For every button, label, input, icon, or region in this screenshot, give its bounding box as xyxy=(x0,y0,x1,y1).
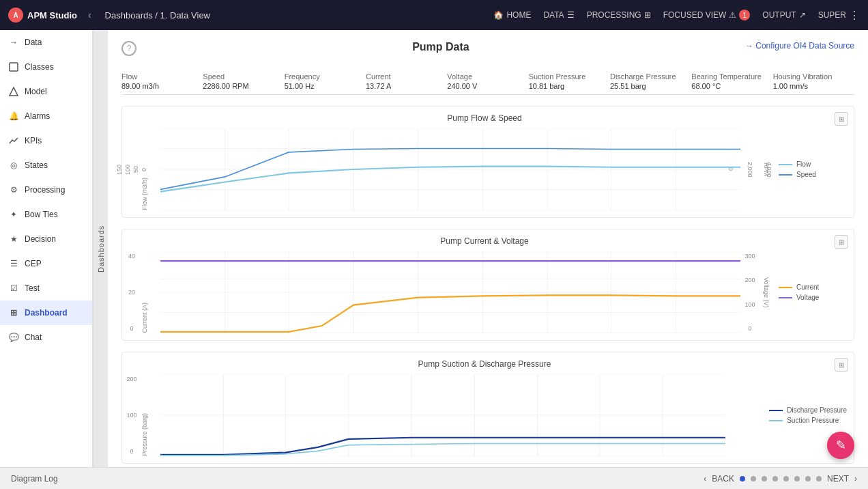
test-icon: ☑ xyxy=(8,283,19,294)
suction-line-legend xyxy=(769,420,783,421)
states-icon: ◎ xyxy=(8,160,19,171)
pagination-dot-4[interactable] xyxy=(772,476,778,481)
pagination-dot-8[interactable] xyxy=(816,476,822,481)
bottom-bar: Diagram Log ‹ BACK NEXT › xyxy=(0,467,868,489)
content-area: ? Pump Data → Configure OI4 Data Source … xyxy=(108,30,868,467)
model-icon xyxy=(8,86,19,97)
chart-current-voltage: Pump Current & Voltage ⊞ 40 20 0 Current… xyxy=(121,229,854,341)
sidebar-collapse-button[interactable]: ‹ xyxy=(88,10,91,20)
back-button[interactable]: ‹ xyxy=(704,474,706,484)
sidebar-item-decision[interactable]: ★ Decision xyxy=(0,227,92,251)
chart-flow-speed-svg: 13:25:40 13:25:50 13:26:00 13:26:10 13:2… xyxy=(160,128,740,210)
legend-current: Current xyxy=(779,283,847,291)
dashboard-icon: ⊞ xyxy=(8,307,19,318)
sidebar-item-data[interactable]: → Data xyxy=(0,30,92,55)
app-title: APM Studio xyxy=(27,10,77,20)
legend-speed: Speed xyxy=(779,171,847,178)
chart-flow-speed-legend: Flow Speed xyxy=(779,128,847,210)
y-axis-rpm-label: 4,000 2,000 0 xyxy=(740,128,760,210)
decision-icon: ★ xyxy=(8,234,19,244)
voltage-line-legend xyxy=(779,297,792,298)
chart-expand-button[interactable]: ⊞ xyxy=(835,112,848,126)
sidebar-item-classes[interactable]: Classes xyxy=(0,55,92,79)
pump-data-header: ? Pump Data → Configure OI4 Data Source xyxy=(121,41,854,61)
legend-suction-pressure: Suction Pressure xyxy=(769,417,847,424)
nav-processing[interactable]: PROCESSING ⊞ xyxy=(587,10,651,20)
sidebar-item-cep[interactable]: ☰ CEP xyxy=(0,251,92,276)
pagination-dot-6[interactable] xyxy=(794,476,800,481)
kpis-icon xyxy=(8,135,19,146)
fab-edit-button[interactable]: ✎ xyxy=(827,432,854,459)
data-icon: → xyxy=(8,37,19,48)
chart-current-expand-button[interactable]: ⊞ xyxy=(835,235,848,249)
warning-icon: ⚠ xyxy=(729,10,736,20)
chart-pressure: Pump Suction & Discharge Pressure ⊞ 200 … xyxy=(121,352,854,464)
chart-pressure-expand-button[interactable]: ⊞ xyxy=(835,358,848,372)
stat-current: Current 13.72 A xyxy=(366,72,447,90)
sidebar-item-test[interactable]: ☑ Test xyxy=(0,276,92,301)
chart-flow-speed: Pump Flow & Speed ⊞ 150 100 50 0 Flow (m… xyxy=(121,106,854,218)
home-icon: 🏠 xyxy=(493,10,504,20)
y-axis-flow-label: 150 100 50 0 xyxy=(122,128,141,210)
sidebar-item-bowties[interactable]: ✦ Bow Ties xyxy=(0,202,92,227)
chart-pressure-svg: 13:25:40 13:25:50 13:26:00 13:26:10 13:2… xyxy=(160,374,725,456)
help-icon[interactable]: ? xyxy=(121,41,136,56)
sidebar: → Data Classes Model 🔔 Alarms KPIs ◎ xyxy=(0,30,93,467)
flow-line-legend xyxy=(779,164,792,165)
logo-icon: A xyxy=(8,8,23,23)
nav-output[interactable]: OUTPUT ↗ xyxy=(762,10,805,20)
discharge-line-legend xyxy=(769,410,783,411)
sidebar-item-model[interactable]: Model xyxy=(0,79,92,104)
alarms-icon: 🔔 xyxy=(8,111,19,122)
main-layout: → Data Classes Model 🔔 Alarms KPIs ◎ xyxy=(0,30,868,467)
stat-flow: Flow 89.00 m3/h xyxy=(121,72,203,90)
sidebar-item-alarms[interactable]: 🔔 Alarms xyxy=(0,104,92,128)
chart-current-voltage-legend: Current Voltage xyxy=(779,251,847,333)
processing-sidebar-icon: ⚙ xyxy=(8,184,19,195)
sidebar-item-kpis[interactable]: KPIs xyxy=(0,128,92,153)
legend-discharge-pressure: Discharge Pressure xyxy=(769,406,847,414)
pagination-dot-5[interactable] xyxy=(783,476,789,481)
next-label: NEXT xyxy=(827,474,849,484)
next-button[interactable]: › xyxy=(854,474,857,484)
chart-pressure-title: Pump Suction & Discharge Pressure xyxy=(122,359,847,369)
stat-voltage: Voltage 240.00 V xyxy=(447,72,528,90)
nav-super[interactable]: SUPER ⋮ xyxy=(818,9,860,22)
stat-discharge-pressure: Discharge Pressure 25.51 barg xyxy=(610,72,691,90)
cep-icon: ☰ xyxy=(8,258,19,269)
chart-current-voltage-svg: 13:25:40 13:25:50 13:26:00 13:26:10 13:2… xyxy=(160,251,740,333)
app-logo: A APM Studio xyxy=(8,8,77,23)
pagination-controls: ‹ BACK NEXT › xyxy=(704,474,857,484)
pump-title: Pump Data xyxy=(136,41,745,53)
svg-marker-1 xyxy=(10,87,18,96)
nav-data[interactable]: DATA ☰ xyxy=(543,10,574,20)
back-label: BACK xyxy=(712,474,734,484)
configure-arrow-icon: → xyxy=(745,41,755,51)
dashboards-vertical-tab[interactable]: Dashboards xyxy=(93,30,108,467)
pagination-dot-7[interactable] xyxy=(805,476,811,481)
chart-flow-speed-title: Pump Flow & Speed xyxy=(122,113,847,123)
classes-icon xyxy=(8,61,19,72)
focused-view-badge: 1 xyxy=(739,10,750,20)
nav-home[interactable]: 🏠 HOME xyxy=(493,10,531,20)
configure-datasource-button[interactable]: → Configure OI4 Data Source xyxy=(745,41,854,51)
pagination-dot-1[interactable] xyxy=(740,476,745,481)
legend-voltage: Voltage xyxy=(779,294,847,301)
svg-rect-0 xyxy=(10,63,18,71)
breadcrumb: Dashboards / 1. Data View xyxy=(105,10,494,20)
sidebar-item-dashboard[interactable]: ⊞ Dashboard xyxy=(0,301,92,325)
sidebar-item-states[interactable]: ◎ States xyxy=(0,153,92,178)
processing-icon: ⊞ xyxy=(644,10,651,20)
chart-current-voltage-title: Pump Current & Voltage xyxy=(122,236,847,246)
pagination-dot-3[interactable] xyxy=(762,476,767,481)
sidebar-item-chat[interactable]: 💬 Chat xyxy=(0,325,92,350)
top-nav: A APM Studio ‹ Dashboards / 1. Data View… xyxy=(0,0,868,30)
sidebar-item-processing[interactable]: ⚙ Processing xyxy=(0,178,92,202)
legend-flow: Flow xyxy=(779,160,847,168)
data-icon: ☰ xyxy=(567,10,575,20)
pagination-dot-2[interactable] xyxy=(751,476,756,481)
current-line-legend xyxy=(779,287,792,288)
stat-frequency: Frequency 51.00 Hz xyxy=(285,72,366,90)
nav-focused-view[interactable]: FOCUSED VIEW ⚠ 1 xyxy=(663,10,751,20)
diagram-log-button[interactable]: Diagram Log xyxy=(11,474,58,484)
